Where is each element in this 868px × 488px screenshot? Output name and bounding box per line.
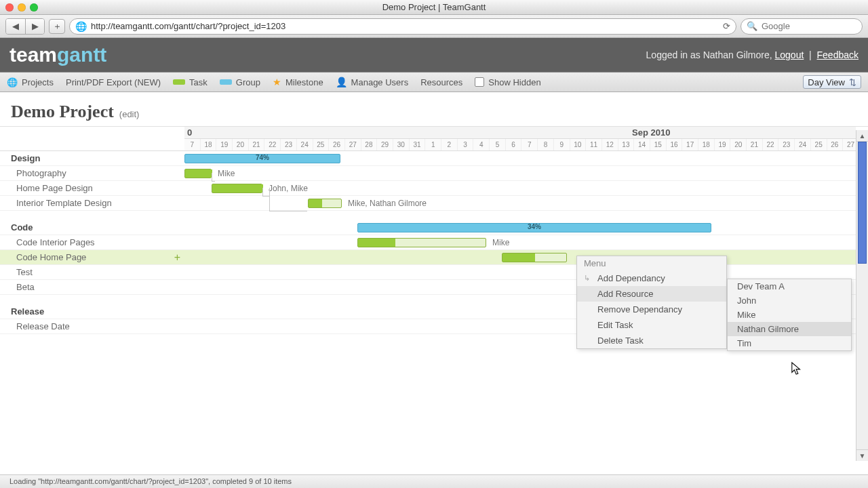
feedback-link[interactable]: Feedback: [817, 49, 859, 60]
task-row[interactable]: Home Page Design: [0, 181, 184, 196]
task-row[interactable]: Interior Template Design: [0, 196, 184, 211]
day-cell: 15: [650, 139, 667, 150]
row-label: Code Interior Pages: [16, 237, 95, 247]
gantt-chart: DesignPhotographyHome Page DesignInterio…: [0, 126, 868, 476]
day-cell: 22: [264, 139, 281, 150]
task-bar[interactable]: Mike: [357, 238, 486, 247]
percent-label: 34%: [526, 223, 542, 230]
timeline-row[interactable]: Mike, Nathan Gilmore: [184, 196, 856, 211]
group-row[interactable]: Code: [0, 220, 184, 235]
assignee-label: Mike: [492, 238, 509, 247]
scroll-up-arrow[interactable]: ▲: [856, 130, 868, 142]
add-task-button[interactable]: Task: [173, 77, 208, 87]
context-menu-title: Menu: [577, 256, 726, 270]
menu-label: Edit Task: [597, 320, 633, 330]
day-cell: 17: [682, 139, 698, 150]
menu-edit-task[interactable]: Edit Task: [577, 317, 726, 333]
add-task-icon[interactable]: +: [174, 251, 180, 264]
print-button[interactable]: Print/PDF Export (NEW): [66, 77, 161, 87]
logo[interactable]: teamgantt: [9, 43, 106, 66]
dependency-icon: ↳: [584, 274, 590, 283]
menu-add-dependency[interactable]: ↳Add Dependancy: [577, 270, 726, 286]
menu-label: Delete Task: [597, 336, 644, 346]
browser-toolbar: ◀ ▶ ＋ 🌐 http://teamgantt.com/gantt/chart…: [0, 15, 868, 38]
menu-remove-dependency[interactable]: Remove Dependancy: [577, 302, 726, 317]
logout-link[interactable]: Logout: [774, 49, 804, 60]
task-row[interactable]: Release Date: [0, 319, 184, 334]
timeline-row[interactable]: [184, 250, 856, 265]
logo-text-b: gantt: [57, 43, 106, 66]
reload-button[interactable]: ⟳: [723, 21, 730, 31]
resource-option[interactable]: John: [728, 293, 851, 308]
view-select[interactable]: Day View⇅: [803, 75, 861, 89]
task-bar[interactable]: Mike, Nathan Gilmore: [308, 199, 342, 208]
group-row[interactable]: Design: [0, 151, 184, 166]
manage-users-label: Manage Users: [351, 77, 409, 87]
resource-option[interactable]: Tim: [728, 336, 851, 350]
forward-button[interactable]: ▶: [25, 19, 44, 34]
day-cell: 7: [521, 139, 538, 150]
menu-add-resource[interactable]: Add Resource: [577, 286, 726, 302]
task-progress: [358, 239, 395, 247]
task-row[interactable]: Code Interior Pages: [0, 235, 184, 250]
row-label: Beta: [16, 282, 35, 292]
day-cell: 1: [425, 139, 441, 150]
group-row[interactable]: Release: [0, 304, 184, 319]
task-bar[interactable]: Mike: [184, 169, 212, 178]
resource-option[interactable]: Mike: [728, 308, 851, 322]
dependency-line: [262, 196, 269, 197]
show-hidden-toggle[interactable]: Show Hidden: [475, 77, 540, 87]
back-button[interactable]: ◀: [6, 19, 25, 34]
day-cell: 26: [329, 139, 345, 150]
projects-button[interactable]: 🌐Projects: [7, 77, 54, 87]
timeline-row[interactable]: [184, 265, 856, 280]
resource-submenu[interactable]: Dev Team AJohnMikeNathan GilmoreTim: [727, 279, 852, 351]
day-cell: 24: [795, 139, 811, 150]
day-cell: 30: [393, 139, 410, 150]
timeline-row[interactable]: Mike: [184, 166, 856, 181]
add-milestone-button[interactable]: ★Milestone: [273, 77, 323, 87]
month-header: 0 Sep 2010: [184, 127, 856, 139]
task-bar[interactable]: [502, 253, 567, 262]
timeline[interactable]: 0 Sep 2010 71819202122232425262728293031…: [184, 127, 856, 476]
status-bar: Loading "http://teamgantt.com/gantt/char…: [0, 474, 868, 488]
task-row[interactable]: Photography: [0, 166, 184, 181]
edit-project-link[interactable]: (edit): [119, 109, 140, 119]
task-bar[interactable]: John, Mike: [212, 184, 262, 193]
manage-users-button[interactable]: 👤Manage Users: [336, 77, 409, 87]
url-bar[interactable]: 🌐 http://teamgantt.com/gantt/chart/?proj…: [69, 18, 736, 35]
day-cell: 6: [506, 139, 522, 150]
timeline-row[interactable]: John, Mike: [184, 181, 856, 196]
group-bar[interactable]: 34%: [357, 223, 711, 232]
add-group-button[interactable]: Group: [220, 77, 260, 87]
projects-label: Projects: [22, 77, 54, 87]
menu-label: Add Resource: [597, 289, 653, 299]
timeline-row[interactable]: 34%: [184, 220, 856, 235]
add-user-icon: 👤: [336, 77, 347, 87]
task-row[interactable]: Beta: [0, 280, 184, 295]
group-bar[interactable]: 74%: [184, 154, 340, 163]
menu-delete-task[interactable]: Delete Task: [577, 333, 726, 348]
day-cell: 21: [747, 139, 763, 150]
scroll-thumb[interactable]: [858, 142, 867, 264]
menu-label: Add Dependancy: [597, 273, 665, 283]
print-label: Print/PDF Export (NEW): [66, 77, 161, 87]
resources-button[interactable]: Resources: [420, 77, 462, 87]
scroll-down-arrow[interactable]: ▼: [856, 449, 868, 461]
day-cell: 24: [297, 139, 313, 150]
timeline-row[interactable]: 74%: [184, 151, 856, 166]
search-bar[interactable]: 🔍: [741, 18, 863, 35]
task-row[interactable]: Code Home Page+: [0, 250, 184, 265]
resource-option[interactable]: Dev Team A: [728, 279, 851, 293]
timeline-row[interactable]: Mike: [184, 235, 856, 250]
context-menu[interactable]: Menu ↳Add Dependancy Add Resource Remove…: [576, 256, 727, 349]
day-cell: 16: [667, 139, 683, 150]
header-right: Logged in as Nathan Gilmore, Logout | Fe…: [646, 49, 859, 60]
search-input[interactable]: [762, 21, 868, 31]
add-bookmark-button[interactable]: ＋: [49, 19, 65, 34]
resources-label: Resources: [420, 77, 462, 87]
resource-option[interactable]: Nathan Gilmore: [728, 322, 851, 336]
task-row[interactable]: Test: [0, 265, 184, 280]
project-title-row: Demo Project (edit): [0, 92, 868, 126]
vertical-scrollbar[interactable]: ▲ ▼: [856, 130, 868, 461]
